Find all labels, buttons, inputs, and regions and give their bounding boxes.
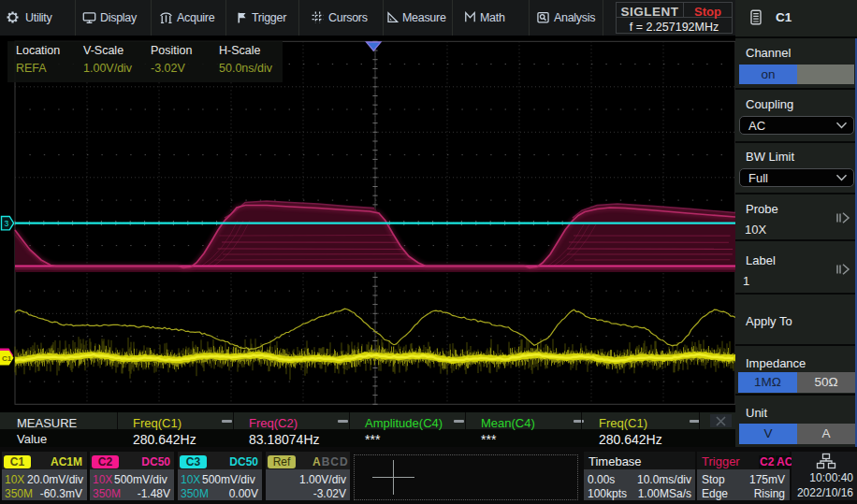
svg-text:3: 3 xyxy=(5,219,9,228)
svg-text:C1: C1 xyxy=(2,354,12,363)
